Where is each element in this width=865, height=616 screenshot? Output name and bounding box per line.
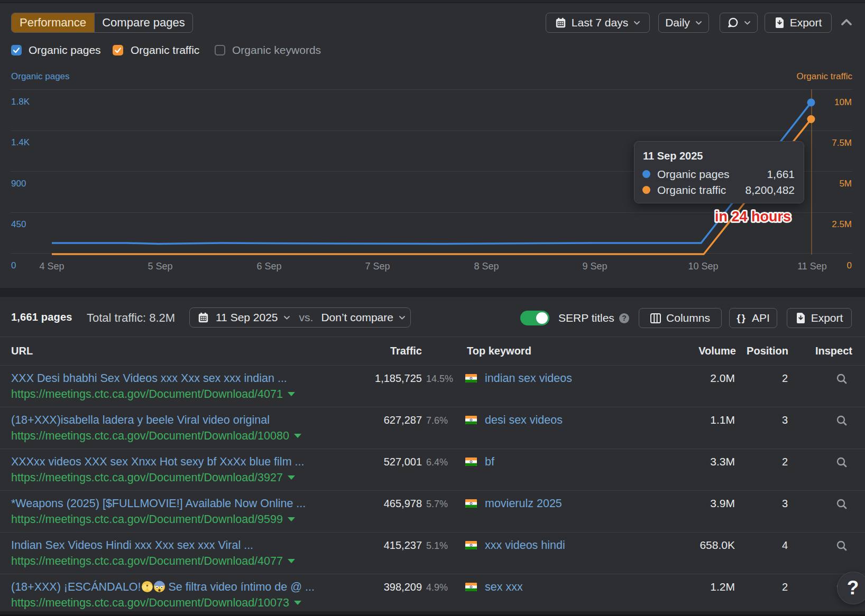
svg-text:?: ? xyxy=(847,577,859,599)
svg-text:in 24 hours: in 24 hours xyxy=(715,209,791,225)
